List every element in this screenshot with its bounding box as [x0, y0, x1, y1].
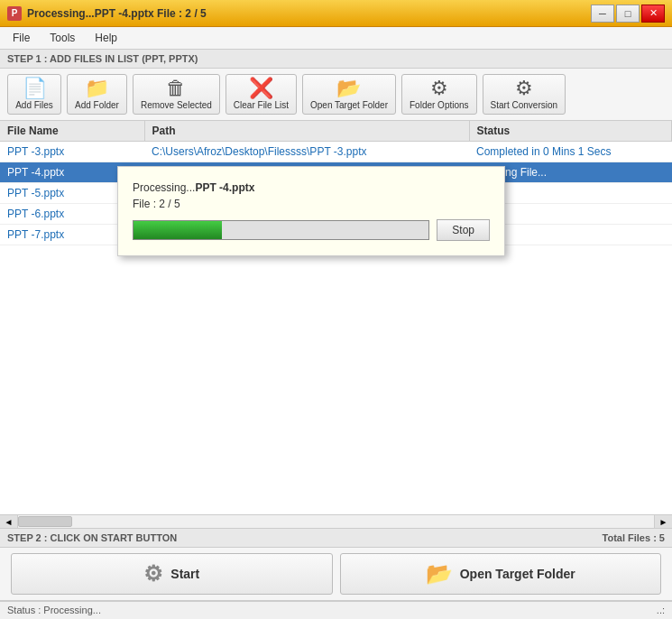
dialog-line2: File : 2 / 5: [133, 198, 490, 210]
step2-label: STEP 2 : CLICK ON START BUTTON: [7, 532, 177, 543]
add-files-icon: 📄: [23, 79, 47, 98]
status-dots: ..:: [657, 605, 665, 615]
close-button[interactable]: ✕: [641, 5, 665, 23]
clear-file-label: Clear File List: [234, 100, 289, 110]
add-folder-button[interactable]: 📁 Add Folder: [67, 74, 127, 115]
start-conversion-icon: ⚙: [515, 79, 533, 98]
start-button-icon: ⚙: [143, 561, 163, 587]
scroll-left-button[interactable]: ◄: [0, 514, 18, 529]
remove-selected-icon: 🗑: [166, 79, 186, 98]
open-folder-bottom-icon: 📂: [426, 561, 453, 587]
dialog-line1: Processing...PPT -4.pptx: [133, 181, 490, 194]
minimize-button[interactable]: ─: [591, 5, 614, 23]
open-target-icon: 📂: [336, 79, 361, 98]
remove-selected-label: Remove Selected: [141, 100, 212, 110]
maximize-button[interactable]: □: [616, 5, 640, 23]
col-header-status: Status: [469, 121, 672, 142]
clear-file-list-button[interactable]: ❌ Clear File List: [226, 74, 297, 115]
start-conversion-label: Start Conversion: [491, 100, 557, 110]
table-header-row: File Name Path Status: [0, 121, 672, 142]
scrollbar-thumb[interactable]: [18, 516, 72, 527]
add-folder-icon: 📁: [85, 79, 109, 98]
total-files-label: Total Files : 5: [603, 532, 665, 543]
file-list-wrapper: File Name Path Status PPT -3.pptxC:\User…: [0, 121, 672, 514]
start-button[interactable]: ⚙ Start: [11, 553, 333, 595]
step2-header: STEP 2 : CLICK ON START BUTTON Total Fil…: [0, 529, 672, 548]
main-content: STEP 1 : ADD FILES IN LIST (PPT, PPTX) 📄…: [0, 50, 672, 618]
folder-options-icon: ⚙: [430, 79, 448, 98]
progress-row: Stop: [133, 219, 490, 241]
toolbar: 📄 Add Files 📁 Add Folder 🗑 Remove Select…: [0, 69, 672, 121]
menu-file[interactable]: File: [4, 29, 39, 47]
open-target-folder-bottom-button[interactable]: 📂 Open Target Folder: [340, 553, 662, 595]
remove-selected-button[interactable]: 🗑 Remove Selected: [133, 74, 220, 115]
status-bar: Status : Processing... ..:: [0, 601, 672, 618]
col-header-filename: File Name: [0, 121, 144, 142]
progress-bar-fill: [133, 221, 222, 239]
dialog-processing-text: Processing...: [133, 181, 195, 194]
title-bar-left: P Processing...PPT -4.pptx File : 2 / 5: [7, 6, 207, 21]
menu-tools[interactable]: Tools: [41, 29, 84, 47]
open-folder-bottom-label: Open Target Folder: [460, 567, 575, 581]
processing-dialog: Processing...PPT -4.pptx File : 2 / 5 St…: [117, 166, 505, 256]
progress-bar-container: [133, 220, 429, 240]
clear-file-icon: ❌: [249, 79, 273, 98]
file-status-cell: Completed in 0 Mins 1 Secs: [469, 142, 672, 162]
add-files-button[interactable]: 📄 Add Files: [7, 74, 61, 115]
title-bar: P Processing...PPT -4.pptx File : 2 / 5 …: [0, 0, 672, 27]
step1-header: STEP 1 : ADD FILES IN LIST (PPT, PPTX): [0, 50, 672, 69]
app-icon: P: [7, 6, 22, 21]
folder-options-button[interactable]: ⚙ Folder Options: [401, 74, 477, 115]
scrollbar-track[interactable]: [18, 514, 654, 529]
bottom-buttons: ⚙ Start 📂 Open Target Folder: [0, 548, 672, 601]
folder-options-label: Folder Options: [410, 100, 469, 110]
table-row[interactable]: PPT -3.pptxC:\Users\Afroz\Desktop\Filess…: [0, 142, 672, 162]
add-folder-label: Add Folder: [75, 100, 119, 110]
horizontal-scrollbar[interactable]: ◄ ►: [0, 514, 672, 529]
menu-bar: File Tools Help: [0, 27, 672, 50]
window-controls: ─ □ ✕: [591, 5, 665, 23]
status-text: Status : Processing...: [7, 605, 101, 615]
scroll-right-button[interactable]: ►: [654, 514, 672, 529]
menu-help[interactable]: Help: [86, 29, 126, 47]
dialog-filename: PPT -4.pptx: [195, 181, 254, 194]
start-button-label: Start: [170, 567, 199, 581]
file-name-cell: PPT -3.pptx: [0, 142, 144, 162]
file-path-cell: C:\Users\Afroz\Desktop\Filessss\PPT -3.p…: [144, 142, 469, 162]
col-header-path: Path: [144, 121, 469, 142]
window-title: Processing...PPT -4.pptx File : 2 / 5: [27, 7, 207, 20]
open-target-folder-button[interactable]: 📂 Open Target Folder: [302, 74, 396, 115]
start-conversion-button[interactable]: ⚙ Start Conversion: [483, 74, 566, 115]
stop-button[interactable]: Stop: [437, 219, 490, 241]
open-target-label: Open Target Folder: [310, 100, 388, 110]
add-files-label: Add Files: [15, 100, 53, 110]
